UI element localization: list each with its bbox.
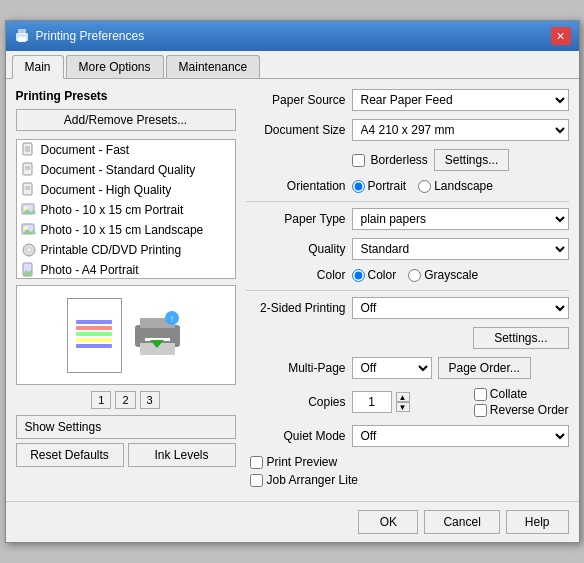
borderless-row: Borderless Settings... <box>246 149 569 171</box>
printer-svg-icon: ↑ <box>130 310 185 360</box>
quiet-mode-label: Quiet Mode <box>246 429 346 443</box>
add-remove-presets-button[interactable]: Add/Remove Presets... <box>16 109 236 131</box>
job-arranger-label[interactable]: Job Arranger Lite <box>267 473 358 487</box>
preset-label-5: Printable CD/DVD Printing <box>41 243 182 257</box>
print-preview-label[interactable]: Print Preview <box>267 455 338 469</box>
document-size-row: Document Size A4 210 x 297 mm Letter 8.5… <box>246 119 569 141</box>
paper-source-select[interactable]: Rear Paper Feed Front Paper Feed Auto <box>352 89 569 111</box>
small-btn-2[interactable]: 2 <box>115 391 135 409</box>
small-btn-3[interactable]: 3 <box>140 391 160 409</box>
presets-list: Document - Fast Document - Standard Qual… <box>16 139 236 279</box>
copies-down-button[interactable]: ▼ <box>396 402 410 412</box>
preset-item-photo-a4-p[interactable]: Photo - A4 Portrait <box>17 260 235 279</box>
right-panel: Paper Source Rear Paper Feed Front Paper… <box>246 89 569 491</box>
grayscale-label: Grayscale <box>424 268 478 282</box>
tab-maintenance[interactable]: Maintenance <box>166 55 261 78</box>
cancel-button[interactable]: Cancel <box>424 510 499 534</box>
divider-1 <box>246 201 569 202</box>
show-settings-button[interactable]: Show Settings <box>16 415 236 439</box>
preset-label-0: Document - Fast <box>41 143 130 157</box>
landscape-radio-label[interactable]: Landscape <box>418 179 493 193</box>
dialog-title: Printing Preferences <box>36 29 145 43</box>
multipage-row: Multi-Page Off 2-Up 4-Up Page Order... <box>246 357 569 379</box>
preset-item-cd[interactable]: Printable CD/DVD Printing <box>17 240 235 260</box>
borderless-checkbox[interactable] <box>352 154 365 167</box>
job-arranger-row: Job Arranger Lite <box>250 473 569 487</box>
collate-label[interactable]: Collate <box>474 387 569 401</box>
copies-input[interactable] <box>352 391 392 413</box>
reverse-order-label[interactable]: Reverse Order <box>474 403 569 417</box>
small-buttons-row: 1 2 3 <box>16 391 236 409</box>
job-arranger-checkbox[interactable] <box>250 474 263 487</box>
tab-more-options[interactable]: More Options <box>66 55 164 78</box>
color-radio[interactable] <box>352 269 365 282</box>
preset-label-4: Photo - 10 x 15 cm Landscape <box>41 223 204 237</box>
paper-type-select[interactable]: plain papers Matte Glossy <box>352 208 569 230</box>
paper-type-row: Paper Type plain papers Matte Glossy <box>246 208 569 230</box>
color-option-label: Color <box>368 268 397 282</box>
photo-a4-icon-0 <box>21 262 37 278</box>
small-btn-1[interactable]: 1 <box>91 391 111 409</box>
grayscale-radio[interactable] <box>408 269 421 282</box>
portrait-radio[interactable] <box>352 180 365 193</box>
doc-icon-1 <box>21 162 37 178</box>
document-size-label: Document Size <box>246 123 346 137</box>
cd-icon <box>21 242 37 258</box>
svg-rect-2 <box>18 37 26 42</box>
collate-checkbox[interactable] <box>474 388 487 401</box>
orientation-row: Orientation Portrait Landscape <box>246 179 569 193</box>
tab-main[interactable]: Main <box>12 55 64 79</box>
multipage-label: Multi-Page <box>246 361 346 375</box>
quiet-mode-row: Quiet Mode Off On <box>246 425 569 447</box>
multipage-select[interactable]: Off 2-Up 4-Up <box>352 357 432 379</box>
borderless-label[interactable]: Borderless <box>371 153 428 167</box>
two-sided-select[interactable]: Off On (Long-edge binding) On (Short-edg… <box>352 297 569 319</box>
reverse-order-text: Reverse Order <box>490 403 569 417</box>
quality-row: Quality Standard High Draft <box>246 238 569 260</box>
portrait-label: Portrait <box>368 179 407 193</box>
title-bar: Printing Preferences ✕ <box>6 21 579 51</box>
help-button[interactable]: Help <box>506 510 569 534</box>
grayscale-radio-label[interactable]: Grayscale <box>408 268 478 282</box>
document-size-select[interactable]: A4 210 x 297 mm Letter 8.5 x 11 in A3 <box>352 119 569 141</box>
color-row: Color Color Grayscale <box>246 268 569 282</box>
copies-spinner: ▲ ▼ <box>396 392 410 412</box>
preset-label-3: Photo - 10 x 15 cm Portrait <box>41 203 184 217</box>
paper-source-label: Paper Source <box>246 93 346 107</box>
close-button[interactable]: ✕ <box>551 27 571 45</box>
main-content: Printing Presets Add/Remove Presets... D… <box>6 79 579 501</box>
quality-select[interactable]: Standard High Draft <box>352 238 569 260</box>
preset-item-fast[interactable]: Document - Fast <box>17 140 235 160</box>
quiet-mode-select[interactable]: Off On <box>352 425 569 447</box>
preset-item-standard[interactable]: Document - Standard Quality <box>17 160 235 180</box>
dialog-footer: OK Cancel Help <box>6 501 579 542</box>
printer-title-icon <box>14 28 30 44</box>
preset-item-photo1[interactable]: Photo - 10 x 15 cm Portrait <box>17 200 235 220</box>
copies-up-button[interactable]: ▲ <box>396 392 410 402</box>
color-radio-label[interactable]: Color <box>352 268 397 282</box>
two-sided-settings-button[interactable]: Settings... <box>473 327 568 349</box>
preset-item-high[interactable]: Document - High Quality <box>17 180 235 200</box>
preset-label-2: Document - High Quality <box>41 183 172 197</box>
reset-defaults-button[interactable]: Reset Defaults <box>16 443 124 467</box>
page-order-button[interactable]: Page Order... <box>438 357 531 379</box>
ok-button[interactable]: OK <box>358 510 418 534</box>
portrait-radio-label[interactable]: Portrait <box>352 179 407 193</box>
doc-icon-2 <box>21 182 37 198</box>
svg-rect-1 <box>18 29 26 34</box>
divider-2 <box>246 290 569 291</box>
collate-text: Collate <box>490 387 527 401</box>
borderless-settings-button[interactable]: Settings... <box>434 149 509 171</box>
ink-levels-button[interactable]: Ink Levels <box>128 443 236 467</box>
tab-bar: Main More Options Maintenance <box>6 51 579 79</box>
reverse-order-checkbox[interactable] <box>474 404 487 417</box>
print-preview-checkbox[interactable] <box>250 456 263 469</box>
quality-label: Quality <box>246 242 346 256</box>
landscape-label: Landscape <box>434 179 493 193</box>
landscape-radio[interactable] <box>418 180 431 193</box>
svg-point-20 <box>27 248 31 252</box>
left-panel: Printing Presets Add/Remove Presets... D… <box>16 89 236 491</box>
bottom-left-buttons: Show Settings Reset Defaults Ink Levels <box>16 415 236 467</box>
preset-item-photo2[interactable]: Photo - 10 x 15 cm Landscape <box>17 220 235 240</box>
orientation-label: Orientation <box>246 179 346 193</box>
